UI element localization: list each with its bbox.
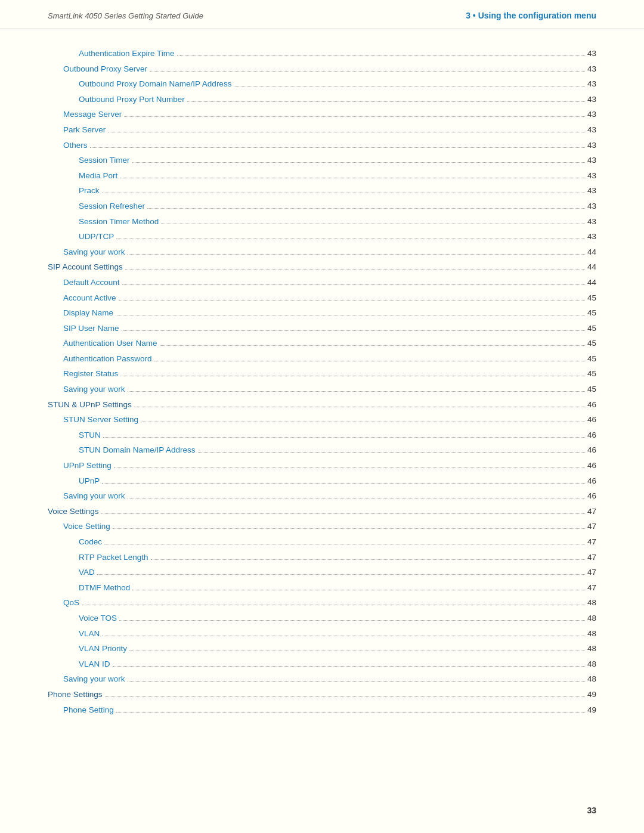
toc-dots bbox=[132, 590, 585, 590]
toc-entry: Default Account44 bbox=[48, 276, 596, 289]
toc-entry-label: Default Account bbox=[63, 276, 120, 289]
toc-entry-label: Saving your work bbox=[63, 673, 125, 686]
toc-dots bbox=[105, 696, 585, 697]
toc-page-number: 45 bbox=[587, 306, 596, 320]
toc-page-number: 46 bbox=[587, 398, 596, 411]
toc-entry: Display Name45 bbox=[48, 306, 596, 320]
toc-page-number: 47 bbox=[587, 505, 596, 518]
toc-entry-label: STUN Domain Name/IP Address bbox=[79, 444, 196, 457]
toc-entry-label: SIP Account Settings bbox=[48, 261, 123, 274]
toc-dots bbox=[116, 315, 585, 315]
toc-entry-label: UPnP Setting bbox=[63, 459, 112, 472]
toc-page-number: 43 bbox=[587, 108, 596, 121]
toc-entry: DTMF Method47 bbox=[48, 581, 596, 594]
page-footer-number: 33 bbox=[587, 806, 596, 815]
toc-entry-label: Authentication Expire Time bbox=[79, 47, 175, 60]
toc-entry-label: Authentication Password bbox=[63, 352, 152, 366]
toc-entry-label: UDP/TCP bbox=[79, 230, 114, 243]
toc-entry-label: Voice TOS bbox=[79, 612, 117, 625]
toc-entry-label: DTMF Method bbox=[79, 581, 130, 594]
toc-entry-label: Register Status bbox=[63, 367, 118, 380]
toc-entry-label: STUN bbox=[79, 429, 101, 442]
toc-entry: SIP User Name45 bbox=[48, 322, 596, 335]
toc-dots bbox=[120, 376, 585, 376]
toc-page-number: 46 bbox=[587, 490, 596, 503]
toc-entry: RTP Packet Length47 bbox=[48, 551, 596, 564]
toc-page-number: 45 bbox=[587, 383, 596, 396]
toc-page-number: 44 bbox=[587, 261, 596, 274]
toc-page-number: 43 bbox=[587, 184, 596, 197]
toc-page-number: 46 bbox=[587, 475, 596, 488]
toc-dots bbox=[97, 574, 585, 575]
toc-entry: STUN Domain Name/IP Address46 bbox=[48, 444, 596, 457]
toc-entry-label: STUN Server Setting bbox=[63, 413, 138, 426]
toc-page-number: 43 bbox=[587, 123, 596, 137]
toc-dots bbox=[102, 193, 585, 193]
page-header: SmartLink 4050 Series Getting Started Gu… bbox=[0, 0, 644, 29]
toc-entry-label: Saving your work bbox=[63, 383, 125, 396]
toc-page-number: 45 bbox=[587, 292, 596, 305]
toc-entry: Account Active45 bbox=[48, 292, 596, 305]
toc-page-number: 43 bbox=[587, 200, 596, 213]
toc-entry: Voice TOS48 bbox=[48, 612, 596, 625]
toc-page-number: 45 bbox=[587, 367, 596, 380]
toc-dots bbox=[132, 162, 585, 163]
toc-entry-label: QoS bbox=[63, 596, 79, 609]
toc-page-number: 43 bbox=[587, 93, 596, 106]
toc-dots bbox=[147, 208, 585, 209]
toc-entry: Session Timer43 bbox=[48, 154, 596, 167]
toc-dots bbox=[113, 666, 585, 667]
toc-dots bbox=[108, 132, 585, 132]
toc-page-number: 48 bbox=[587, 642, 596, 655]
toc-dots bbox=[104, 544, 585, 544]
toc-dots bbox=[234, 86, 585, 86]
toc-entry: Session Refresher43 bbox=[48, 200, 596, 213]
toc-dots bbox=[160, 345, 585, 346]
toc-entry-label: SIP User Name bbox=[63, 322, 119, 335]
toc-entry-label: UPnP bbox=[79, 475, 100, 488]
toc-entry: Authentication Password45 bbox=[48, 352, 596, 366]
toc-dots bbox=[141, 422, 585, 422]
toc-dots bbox=[116, 239, 585, 239]
toc-dots bbox=[128, 681, 585, 682]
toc-entry-label: Codec bbox=[79, 535, 102, 549]
toc-page-number: 47 bbox=[587, 535, 596, 549]
toc-entry-label: Voice Settings bbox=[48, 505, 99, 518]
toc-entry-label: RTP Packet Length bbox=[79, 551, 148, 564]
toc-entry: STUN46 bbox=[48, 429, 596, 442]
toc-entry: Saving your work48 bbox=[48, 673, 596, 686]
toc-dots bbox=[120, 178, 585, 178]
toc-page-number: 48 bbox=[587, 673, 596, 686]
toc-entry-label: Session Timer Method bbox=[79, 215, 159, 228]
toc-entry: UPnP46 bbox=[48, 475, 596, 488]
toc-dots bbox=[103, 437, 585, 438]
toc-page-number: 44 bbox=[587, 276, 596, 289]
toc-entry-label: Account Active bbox=[63, 292, 116, 305]
toc-entry: VAD47 bbox=[48, 566, 596, 579]
toc-page-number: 48 bbox=[587, 596, 596, 609]
toc-entry-label: Outbound Proxy Server bbox=[63, 63, 147, 76]
toc-dots bbox=[102, 636, 585, 636]
toc-dots bbox=[125, 269, 585, 270]
toc-entry: Session Timer Method43 bbox=[48, 215, 596, 228]
toc-dots bbox=[82, 605, 585, 605]
toc-page-number: 43 bbox=[587, 139, 596, 152]
toc-entry: UDP/TCP43 bbox=[48, 230, 596, 243]
toc-entry: Authentication User Name45 bbox=[48, 337, 596, 350]
toc-entry-label: Outbound Proxy Port Number bbox=[79, 93, 185, 106]
toc-entry: VLAN ID48 bbox=[48, 658, 596, 671]
toc-page-number: 47 bbox=[587, 566, 596, 579]
toc-page-number: 43 bbox=[587, 169, 596, 182]
toc-entry: Voice Settings47 bbox=[48, 505, 596, 518]
toc-entry-label: STUN & UPnP Settings bbox=[48, 398, 132, 411]
toc-entry-label: Session Refresher bbox=[79, 200, 145, 213]
toc-page-number: 49 bbox=[587, 688, 596, 701]
header-title-right: 3 • Using the configuration menu bbox=[466, 11, 596, 20]
toc-dots bbox=[187, 101, 585, 102]
toc-entry-label: Phone Setting bbox=[63, 704, 114, 717]
toc-entry: Park Server43 bbox=[48, 123, 596, 137]
toc-dots bbox=[101, 513, 585, 514]
toc-dots bbox=[129, 651, 585, 651]
toc-entry-label: Message Server bbox=[63, 108, 122, 121]
toc-page-number: 43 bbox=[587, 215, 596, 228]
